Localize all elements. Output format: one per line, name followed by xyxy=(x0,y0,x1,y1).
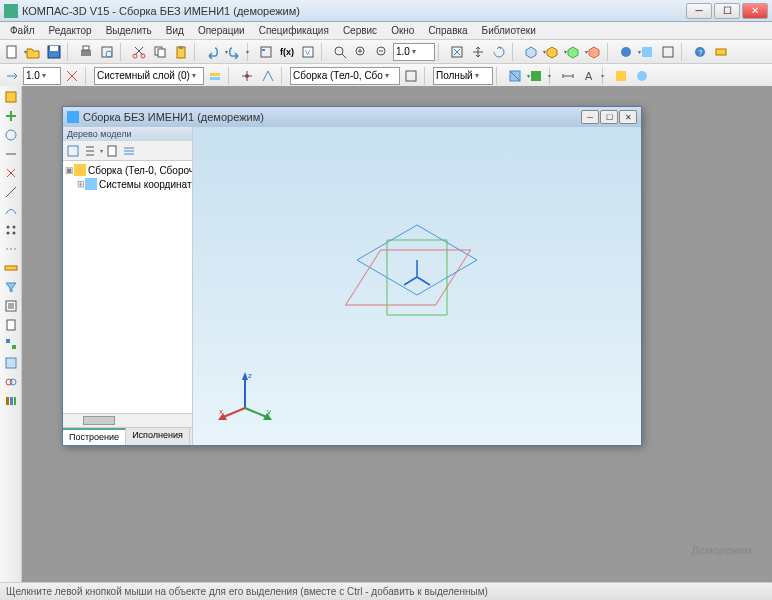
menu-libraries[interactable]: Библиотеки xyxy=(476,23,542,38)
open-button[interactable] xyxy=(23,42,43,62)
text-button[interactable]: A▾ xyxy=(579,66,599,86)
spec-button[interactable] xyxy=(2,297,20,315)
zoom-combo[interactable]: 1.0 xyxy=(393,43,435,61)
svg-rect-2 xyxy=(50,46,58,51)
close-button[interactable]: ✕ xyxy=(742,3,768,19)
redo-button[interactable]: ▾ xyxy=(224,42,244,62)
zoom-in-button[interactable] xyxy=(351,42,371,62)
save-button[interactable] xyxy=(44,42,64,62)
cut-button[interactable] xyxy=(129,42,149,62)
pan-button[interactable] xyxy=(468,42,488,62)
lib-button[interactable] xyxy=(2,392,20,410)
menu-file[interactable]: Файл xyxy=(4,23,41,38)
rotate-button[interactable] xyxy=(489,42,509,62)
properties-button[interactable] xyxy=(256,42,276,62)
svg-rect-14 xyxy=(262,49,265,51)
help-button[interactable]: ? xyxy=(690,42,710,62)
iso1-button[interactable]: ▾ xyxy=(521,42,541,62)
constraints-button[interactable] xyxy=(2,164,20,182)
tool1-button[interactable] xyxy=(611,66,631,86)
tab-build[interactable]: Построение xyxy=(63,428,126,445)
tree-root-label: Сборка (Тел-0, Сборочных е xyxy=(88,165,192,176)
preview-button[interactable] xyxy=(97,42,117,62)
layer-combo[interactable]: Системный слой (0) xyxy=(94,67,204,85)
document-titlebar[interactable]: Сборка БЕЗ ИМЕНИ1 (деморежим) ─ ☐ ✕ xyxy=(63,107,641,127)
copy-button[interactable] xyxy=(150,42,170,62)
start-button[interactable] xyxy=(711,42,731,62)
menu-view[interactable]: Вид xyxy=(160,23,190,38)
render2-button[interactable] xyxy=(637,42,657,62)
tree-child-node[interactable]: ⊞ Системы координат xyxy=(65,177,190,191)
tree-root-node[interactable]: ▣ Сборка (Тел-0, Сборочных е xyxy=(65,163,190,177)
doc-maximize-button[interactable]: ☐ xyxy=(600,110,618,124)
svg-point-41 xyxy=(12,232,15,235)
menu-editor[interactable]: Редактор xyxy=(43,23,98,38)
minimize-button[interactable]: ─ xyxy=(686,3,712,19)
units-combo[interactable]: 1.0 xyxy=(23,67,61,85)
variables-button[interactable]: V xyxy=(298,42,318,62)
new-doc-button[interactable]: ▾ xyxy=(2,42,22,62)
dim-button[interactable] xyxy=(558,66,578,86)
menu-select[interactable]: Выделить xyxy=(100,23,158,38)
menu-help[interactable]: Справка xyxy=(422,23,473,38)
3d-viewport[interactable]: z y x xyxy=(193,127,641,445)
tree-refresh-button[interactable] xyxy=(104,143,120,159)
step-mode-button[interactable] xyxy=(2,66,22,86)
sheet-button[interactable] xyxy=(2,354,20,372)
filters-button[interactable] xyxy=(2,278,20,296)
tree-hscrollbar[interactable] xyxy=(63,413,192,427)
tree-mode2-button[interactable]: ▾ xyxy=(82,143,98,159)
svg-point-35 xyxy=(637,71,647,81)
section-button[interactable]: ▾ xyxy=(505,66,525,86)
render3-button[interactable] xyxy=(658,42,678,62)
zoom-fit-button[interactable] xyxy=(447,42,467,62)
layer-settings-button[interactable] xyxy=(205,66,225,86)
tab-versions[interactable]: Исполнения xyxy=(126,428,190,445)
snap-button[interactable] xyxy=(62,66,82,86)
origin-button[interactable] xyxy=(237,66,257,86)
axis-button[interactable] xyxy=(258,66,278,86)
document-icon xyxy=(67,111,79,123)
undo-button[interactable]: ▾ xyxy=(203,42,223,62)
elements-button[interactable] xyxy=(2,335,20,353)
tool2-button[interactable] xyxy=(632,66,652,86)
iso2-button[interactable]: ▾ xyxy=(542,42,562,62)
reports-button[interactable] xyxy=(2,316,20,334)
menu-specification[interactable]: Спецификация xyxy=(253,23,335,38)
iso3-button[interactable]: ▾ xyxy=(563,42,583,62)
collapse-icon[interactable]: ▣ xyxy=(65,165,74,175)
svg-rect-12 xyxy=(179,46,183,49)
maximize-button[interactable]: ☐ xyxy=(714,3,740,19)
arrays-button[interactable] xyxy=(2,221,20,239)
color-button[interactable]: ▾ xyxy=(526,66,546,86)
measure-button[interactable] xyxy=(2,259,20,277)
expand-icon[interactable]: ⊞ xyxy=(77,179,85,189)
surface-button[interactable] xyxy=(2,202,20,220)
render1-button[interactable]: ▾ xyxy=(616,42,636,62)
tree-tabs: Построение Исполнения Зоны xyxy=(63,427,192,445)
mates-button[interactable] xyxy=(2,373,20,391)
zoom-out-button[interactable] xyxy=(372,42,392,62)
current-state-toolbar: 1.0 Системный слой (0) Сборка (Тел-0, Сб… xyxy=(0,64,772,88)
tree-settings-button[interactable] xyxy=(121,143,137,159)
assembly-combo[interactable]: Сборка (Тел-0, Сбо xyxy=(290,67,400,85)
doc-minimize-button[interactable]: ─ xyxy=(581,110,599,124)
aux-geometry-button[interactable] xyxy=(2,240,20,258)
menu-operations[interactable]: Операции xyxy=(192,23,251,38)
dimensions-button[interactable] xyxy=(2,145,20,163)
geometry-button[interactable] xyxy=(2,126,20,144)
sketch-button[interactable] xyxy=(2,183,20,201)
edit-assembly-button[interactable] xyxy=(2,88,20,106)
iso4-button[interactable] xyxy=(584,42,604,62)
doc-close-button[interactable]: ✕ xyxy=(619,110,637,124)
fx-button[interactable]: f(x) xyxy=(277,42,297,62)
menu-window[interactable]: Окно xyxy=(385,23,420,38)
display-mode-combo[interactable]: Полный xyxy=(433,67,493,85)
menu-service[interactable]: Сервис xyxy=(337,23,383,38)
print-button[interactable] xyxy=(76,42,96,62)
tree-mode1-button[interactable] xyxy=(65,143,81,159)
zoom-window-button[interactable] xyxy=(330,42,350,62)
assembly-settings-button[interactable] xyxy=(401,66,421,86)
add-part-button[interactable] xyxy=(2,107,20,125)
paste-button[interactable] xyxy=(171,42,191,62)
